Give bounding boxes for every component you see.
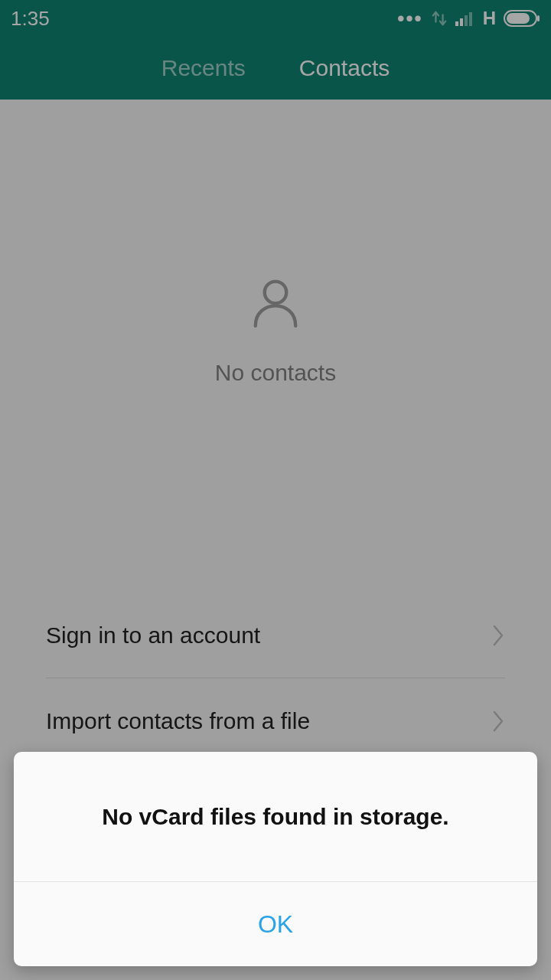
ok-button[interactable]: OK xyxy=(258,910,293,939)
dialog-body: No vCard files found in storage. xyxy=(14,752,537,882)
dialog-actions: OK xyxy=(14,882,537,966)
dialog-message: No vCard files found in storage. xyxy=(102,804,448,830)
alert-dialog: No vCard files found in storage. OK xyxy=(14,752,537,966)
